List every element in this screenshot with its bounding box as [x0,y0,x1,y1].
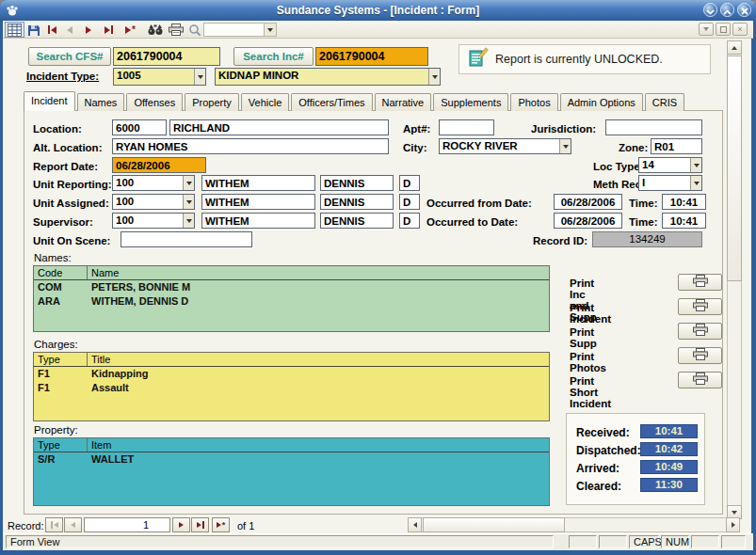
horizontal-scrollbar-thumb[interactable] [423,517,565,532]
table-row[interactable]: COM PETERS, BONNIE M [34,280,549,294]
new-record-nav-button[interactable]: * [212,517,230,532]
unit-assigned-label: Unit Assigned: [33,198,109,209]
minimize-button[interactable] [703,3,717,17]
supervisor-first-field[interactable] [320,213,394,229]
supervisor-label: Supervisor: [33,216,93,228]
tab-supplements[interactable]: Supplements [433,93,508,111]
supervisor-mi-field[interactable] [399,213,420,229]
search-inc-button[interactable]: Search Inc# [233,47,314,66]
tab-property[interactable]: Property [185,93,239,111]
previous-record-nav-button[interactable] [64,517,82,532]
occurred-from-date-field[interactable] [554,194,622,210]
cleared-time-field[interactable]: 11:30 [640,478,698,492]
tab-admin-options[interactable]: Admin Options [560,93,643,111]
charges-table[interactable]: Type Title F1 Kidnapping F1 Assault [33,352,550,421]
table-row[interactable]: F1 Kidnapping [34,367,549,381]
tab-narrative[interactable]: Narrative [375,93,432,111]
status-cell [721,535,746,548]
unit-reporting-code-combo[interactable]: 100 [112,175,195,191]
tab-names[interactable]: Names [77,93,125,111]
first-record-button[interactable] [46,22,58,38]
table-row[interactable]: F1 Assault [34,381,549,395]
incident-type-code-combo[interactable]: 1005 [113,68,206,86]
unit-assigned-last-field[interactable] [201,194,315,210]
child-close-button[interactable]: × [732,23,748,36]
report-date-label: Report Date: [33,161,98,172]
toolbar-filter-combo[interactable] [203,23,277,37]
supervisor-last-field[interactable] [201,213,315,229]
table-row[interactable]: ARA WITHEM, DENNIS D [34,294,549,309]
search-inc-input[interactable] [315,47,428,66]
names-table[interactable]: Code Name COM PETERS, BONNIE M ARA WITHE… [33,265,550,332]
print-inc-and-supp-button[interactable] [678,274,722,291]
tab-incident[interactable]: Incident [24,91,75,111]
last-record-nav-button[interactable] [191,517,209,532]
scroll-up-button[interactable] [727,40,742,55]
unit-assigned-mi-field[interactable] [399,194,420,210]
child-restore-button[interactable] [716,23,731,36]
apt-label: Apt#: [403,123,430,135]
print-incident-button[interactable] [678,298,722,315]
next-record-button[interactable] [84,22,93,38]
print-short-incident-button[interactable] [678,372,722,388]
property-table[interactable]: Type Item S/R WALLET [33,437,550,506]
report-date-field[interactable] [112,157,206,173]
location-number-field[interactable] [112,119,167,135]
lock-status-panel: Report is currently UNLOCKED. [458,44,711,74]
scroll-right-button[interactable] [726,517,740,532]
child-minimize-button[interactable] [699,23,714,36]
find-icon[interactable] [146,22,165,38]
location-street-field[interactable] [169,119,389,135]
unit-reporting-mi-field[interactable] [399,175,420,191]
apt-field[interactable] [439,119,494,135]
last-record-button[interactable] [103,22,115,38]
print-supp-button[interactable] [678,323,722,340]
loc-type-label: Loc Type: [593,161,643,172]
new-record-button[interactable]: * [123,22,137,38]
unit-on-scene-field[interactable] [121,231,252,247]
tab-photos[interactable]: Photos [510,93,557,111]
received-time-field[interactable]: 10:41 [640,424,698,438]
jurisdiction-field[interactable] [605,119,702,135]
save-icon[interactable] [25,22,42,38]
maximize-button[interactable] [720,3,734,17]
next-record-nav-button[interactable] [172,517,190,532]
dispatched-time-field[interactable]: 10:42 [640,442,698,456]
tab-officers-times[interactable]: Officers/Times [291,93,372,111]
occurred-to-time-field[interactable] [662,213,706,229]
scroll-left-button[interactable] [408,517,422,532]
unit-reporting-last-field[interactable] [201,175,315,191]
close-button[interactable] [737,3,751,17]
tab-cris[interactable]: CRIS [645,93,684,111]
arrow-down-icon [732,511,737,515]
previous-record-button[interactable] [65,22,74,38]
arrived-time-field[interactable]: 10:49 [640,460,698,474]
loc-type-combo[interactable]: 14 [638,157,702,173]
table-row[interactable]: S/R WALLET [34,452,549,467]
first-record-nav-button[interactable] [45,517,63,532]
chevron-down-icon [428,69,440,85]
supervisor-code-combo[interactable]: 100 [112,213,195,229]
tab-vehicle[interactable]: Vehicle [241,93,289,111]
zone-field[interactable] [651,138,702,154]
zoom-icon[interactable] [186,22,203,38]
occurred-to-date-field[interactable] [554,213,622,229]
unit-assigned-first-field[interactable] [320,194,394,210]
search-cfs-input[interactable] [113,47,220,66]
tab-offenses[interactable]: Offenses [126,93,183,111]
occurred-from-time-field[interactable] [662,194,706,210]
incident-type-name-combo[interactable]: KIDNAP MINOR [215,68,441,86]
unit-assigned-code-combo[interactable]: 100 [112,194,195,210]
chevron-up-icon [723,2,732,19]
print-photos-button[interactable] [678,347,722,364]
meth-rec-combo[interactable]: I [638,175,702,191]
vertical-scrollbar-thumb[interactable] [727,56,742,281]
print-icon[interactable] [167,22,185,38]
alt-location-field[interactable] [112,138,389,154]
unit-reporting-first-field[interactable] [320,175,394,191]
form-view-icon[interactable] [5,22,24,38]
chevron-down-icon [559,139,571,153]
current-record-input[interactable] [84,517,170,532]
city-combo[interactable]: ROCKY RIVER [439,138,571,154]
search-cfs-button[interactable]: Search CFS# [28,47,111,66]
